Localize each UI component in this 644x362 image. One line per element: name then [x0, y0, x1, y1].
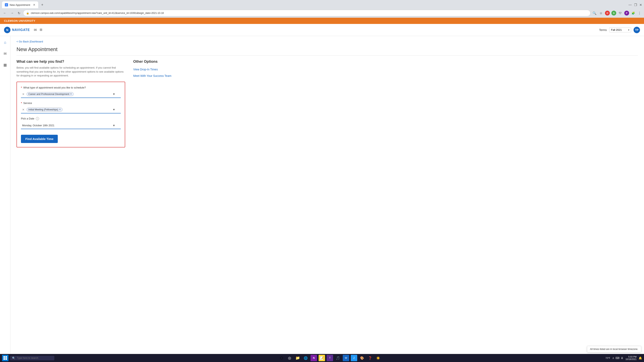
required-marker: *: [21, 102, 22, 105]
service-dropdown[interactable]: ✕ Initial Meeting (Fellowships) ✕ ▾: [21, 106, 121, 113]
taskbar-paint-icon[interactable]: 🎨: [359, 355, 365, 361]
taskbar-teams-icon[interactable]: T: [327, 355, 333, 361]
user-avatar[interactable]: TP: [634, 27, 640, 33]
chevron-down-icon: ▾: [113, 108, 115, 111]
browser-title-bar: N New Appointment ✕ + — ❐ ✕: [0, 0, 644, 8]
info-icon[interactable]: i: [36, 117, 39, 120]
taskbar-cortana-icon[interactable]: ◎: [286, 355, 293, 361]
two-col-layout: What can we help you find? Below, you wi…: [16, 59, 638, 147]
terms-label: Terms: [599, 28, 607, 31]
new-tab-button[interactable]: +: [40, 2, 45, 8]
notification-icon[interactable]: 🔔: [638, 356, 642, 360]
taskbar-search[interactable]: 🔍: [10, 356, 54, 361]
close-icon[interactable]: ✕: [639, 3, 642, 7]
address-bar[interactable]: 🔒 clemson.campus.eab.com/capabilities#/m…: [23, 10, 590, 16]
svg-text:N: N: [6, 4, 7, 6]
header-icons: ✉ ⊞: [34, 28, 42, 32]
right-column: Other Options View Drop-In Times Meet Wi…: [133, 59, 638, 147]
more-icon[interactable]: ⋮: [637, 11, 642, 15]
tab-favicon: N: [5, 3, 8, 6]
bookmark-icon[interactable]: ☆: [598, 11, 603, 15]
timezone-notice: All times listed are in local browser ti…: [587, 346, 641, 352]
system-icons: ∧ ⌨ 🖥: [612, 356, 624, 360]
service-label: * Service: [21, 102, 121, 105]
sidebar-item-home[interactable]: ⌂: [2, 39, 9, 46]
close-tab-icon[interactable]: ✕: [33, 3, 36, 6]
sidebar-item-calendar[interactable]: ▦: [2, 61, 9, 69]
terms-dropdown[interactable]: Fall 2021 Spring 2021 Fall 2020 ▾: [609, 27, 631, 32]
taskbar-word-icon[interactable]: W: [343, 355, 349, 361]
system-clock: 5:03 PM 10/18/2021: [626, 356, 636, 361]
display-icon[interactable]: 🖥: [621, 356, 624, 360]
section-description: Below, you will find available options f…: [16, 66, 125, 78]
lock-icon: 🔒: [26, 12, 29, 14]
required-marker: *: [21, 86, 22, 89]
svg-rect-5: [6, 358, 7, 360]
taskbar-sun-icon[interactable]: ☀️: [375, 355, 381, 361]
date-field-group: Pick a Date i Monday, October 18th 2021 …: [21, 117, 121, 129]
maximize-icon[interactable]: ❐: [634, 3, 637, 7]
window-controls: — ❐ ✕: [628, 3, 642, 7]
taskbar-onenote-icon[interactable]: N: [310, 355, 317, 361]
date-dropdown[interactable]: Monday, October 18th 2021 ▾: [21, 122, 121, 129]
meet-success-team-link[interactable]: Meet With Your Success Team: [133, 74, 638, 77]
chevron-up-icon[interactable]: ∧: [612, 356, 614, 360]
taskbar-zoom-icon[interactable]: Z: [351, 355, 357, 361]
taskbar-explorer-icon[interactable]: 📁: [294, 355, 301, 361]
mail-header-icon[interactable]: ✉: [34, 28, 37, 32]
breadcrumb[interactable]: < Go Back |Dashboard: [16, 40, 638, 43]
navigate-logo: N NAVIGATE: [4, 27, 30, 33]
logo-icon: N: [4, 27, 10, 33]
taskbar-help-icon[interactable]: ❓: [367, 355, 373, 361]
clear-appointment-type-icon[interactable]: ✕: [22, 92, 24, 96]
content-area: < Go Back |Dashboard New Appointment Wha…: [10, 36, 644, 362]
refresh-button[interactable]: ↻: [16, 10, 22, 16]
svg-rect-4: [4, 358, 5, 360]
browser-tab[interactable]: N New Appointment ✕: [2, 1, 38, 8]
other-options-title: Other Options: [133, 59, 638, 64]
tab-title: New Appointment: [10, 3, 32, 6]
profile-icon[interactable]: P: [624, 11, 629, 15]
page-title: New Appointment: [16, 46, 638, 55]
taskbar-edge-icon[interactable]: ⬡: [278, 355, 285, 361]
clemson-bar: CLEMSON UNIVERSITY: [0, 18, 644, 24]
taskbar-center: ⬡ ◎ 📁 🌐 N 📝 T 🎵 W Z 🎨 ❓ ☀️: [54, 355, 606, 361]
clear-service-icon[interactable]: ✕: [22, 108, 24, 111]
taskbar-search-input[interactable]: [17, 357, 47, 360]
header-right: Terms Fall 2021 Spring 2021 Fall 2020 ▾ …: [599, 27, 640, 33]
google-icon[interactable]: G: [612, 11, 616, 15]
section-title: What can we help you find?: [16, 59, 125, 64]
taskbar: 🔍 ⬡ ◎ 📁 🌐 N 📝 T 🎵 W Z 🎨 ❓ ☀️ 72°F ∧ ⌨ 🖥 …: [0, 354, 644, 362]
shield-icon[interactable]: 🛡: [618, 11, 623, 15]
keyboard-icon[interactable]: ⌨: [616, 356, 620, 360]
taskbar-sticky-icon[interactable]: 📝: [318, 355, 325, 361]
chip-close-icon[interactable]: ✕: [70, 93, 72, 95]
puzzle-icon[interactable]: 🧩: [631, 11, 636, 15]
taskbar-chrome-icon[interactable]: 🌐: [302, 355, 309, 361]
app-header: N NAVIGATE ✉ ⊞ Terms Fall 2021 Spring 20…: [0, 24, 644, 36]
sidebar-item-mail[interactable]: ✉: [2, 50, 9, 57]
minimize-icon[interactable]: —: [628, 3, 632, 7]
url-text: clemson.campus.eab.com/capabilities#/my/…: [31, 12, 588, 14]
svg-rect-3: [6, 356, 7, 358]
chevron-down-icon: ▾: [113, 92, 115, 96]
service-field: * Service ✕ Initial Meeting (Fellowships…: [21, 102, 121, 113]
sidebar: ⌂ ✉ ▦ ›: [0, 36, 10, 362]
extensions-icon[interactable]: O: [605, 11, 610, 15]
app-name: NAVIGATE: [12, 28, 30, 32]
chip-close-service-icon[interactable]: ✕: [59, 108, 61, 111]
start-button[interactable]: [2, 355, 8, 361]
left-column: What can we help you find? Below, you wi…: [16, 59, 125, 147]
forward-button[interactable]: →: [9, 10, 15, 16]
service-chip: Initial Meeting (Fellowships) ✕: [26, 108, 62, 112]
view-drop-in-times-link[interactable]: View Drop-In Times: [133, 68, 638, 71]
search-icon[interactable]: 🔍: [592, 11, 597, 15]
back-button[interactable]: ←: [2, 10, 8, 16]
terms-select[interactable]: Fall 2021 Spring 2021 Fall 2020: [611, 28, 629, 31]
appointment-type-dropdown[interactable]: ✕ Career and Professional Development ✕ …: [21, 91, 121, 98]
browser-nav-icons: 🔍 ☆ O G 🛡 P 🧩 ⋮: [592, 11, 642, 15]
calendar-header-icon[interactable]: ⊞: [40, 28, 42, 32]
appointment-type-chip: Career and Professional Development ✕: [26, 92, 74, 96]
taskbar-spotify-icon[interactable]: 🎵: [335, 355, 341, 361]
find-available-time-button[interactable]: Find Available Time: [21, 135, 58, 143]
